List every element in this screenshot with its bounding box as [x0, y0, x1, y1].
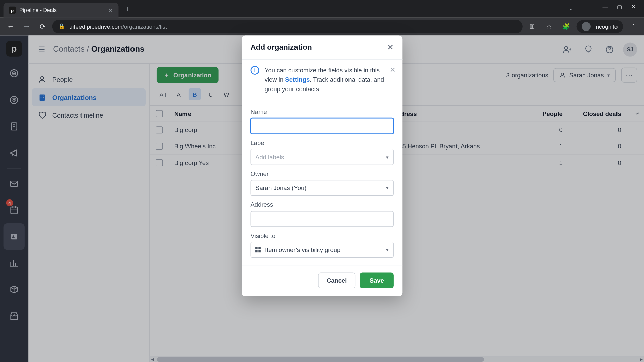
modal-close-button[interactable]: ✕ — [387, 43, 394, 52]
incognito-label: Incognito — [594, 23, 618, 30]
owner-select[interactable]: Sarah Jonas (You) ▾ — [251, 180, 394, 196]
info-banner: i You can customize the fields visible i… — [241, 60, 402, 102]
address-input[interactable] — [251, 211, 394, 227]
visible-label: Visible to — [251, 232, 394, 239]
url-input[interactable]: 🔒 uifeed.pipedrive.com/organizations/lis… — [52, 20, 523, 33]
window-maximize-button[interactable]: ▢ — [613, 3, 626, 11]
url-host: uifeed.pipedrive.com — [69, 23, 122, 30]
label-placeholder: Add labels — [255, 154, 284, 161]
modal-title: Add organization — [251, 43, 312, 52]
chevron-down-icon: ▾ — [386, 247, 389, 253]
tab-favicon: p — [9, 7, 16, 14]
browser-addressbar: ← → ⟳ 🔒 uifeed.pipedrive.com/organizatio… — [0, 18, 644, 36]
tab-title: Pipeline - Deals — [19, 7, 104, 13]
browser-menu-button[interactable]: ⋮ — [627, 20, 640, 33]
forward-button[interactable]: → — [20, 20, 33, 33]
visibility-value: Item owner's visibility group — [265, 246, 340, 253]
add-organization-modal: Add organization ✕ i You can customize t… — [241, 36, 402, 296]
info-icon: i — [251, 66, 259, 75]
window-close-button[interactable]: ✕ — [627, 3, 640, 11]
window-minimize-button[interactable]: ― — [599, 3, 611, 11]
label-select[interactable]: Add labels ▾ — [251, 149, 394, 165]
name-label: Name — [251, 108, 394, 115]
chevron-down-icon: ▾ — [386, 154, 389, 160]
visibility-select[interactable]: Item owner's visibility group ▾ — [251, 242, 394, 257]
owner-label: Owner — [251, 170, 394, 177]
tabs-dropdown-icon[interactable]: ⌄ — [568, 4, 574, 11]
incognito-icon — [582, 22, 591, 31]
label-label: Label — [251, 139, 394, 146]
cancel-button[interactable]: Cancel — [318, 273, 356, 288]
url-path: /organizations/list — [122, 23, 167, 30]
owner-value: Sarah Jonas (You) — [255, 184, 306, 191]
back-button[interactable]: ← — [4, 20, 17, 33]
bookmark-icon[interactable]: ☆ — [543, 20, 555, 33]
browser-tab[interactable]: p Pipeline - Deals ✕ — [4, 3, 119, 18]
browser-titlebar: p Pipeline - Deals ✕ ＋ ⌄ ― ▢ ✕ — [0, 0, 644, 18]
reload-button[interactable]: ⟳ — [36, 20, 49, 33]
chevron-down-icon: ▾ — [386, 185, 389, 191]
lock-icon: 🔒 — [58, 23, 65, 29]
name-input[interactable] — [251, 118, 394, 134]
new-tab-button[interactable]: ＋ — [124, 4, 132, 14]
close-tab-icon[interactable]: ✕ — [108, 7, 113, 14]
settings-link[interactable]: Settings — [285, 76, 310, 83]
cookie-blocked-icon[interactable]: 👁̸ — [526, 20, 539, 33]
address-label: Address — [251, 201, 394, 208]
save-button[interactable]: Save — [360, 273, 394, 288]
info-close-button[interactable]: ✕ — [390, 66, 395, 74]
grid-icon — [255, 247, 261, 252]
incognito-badge: Incognito — [577, 20, 623, 33]
extensions-icon[interactable]: 🧩 — [560, 20, 572, 33]
